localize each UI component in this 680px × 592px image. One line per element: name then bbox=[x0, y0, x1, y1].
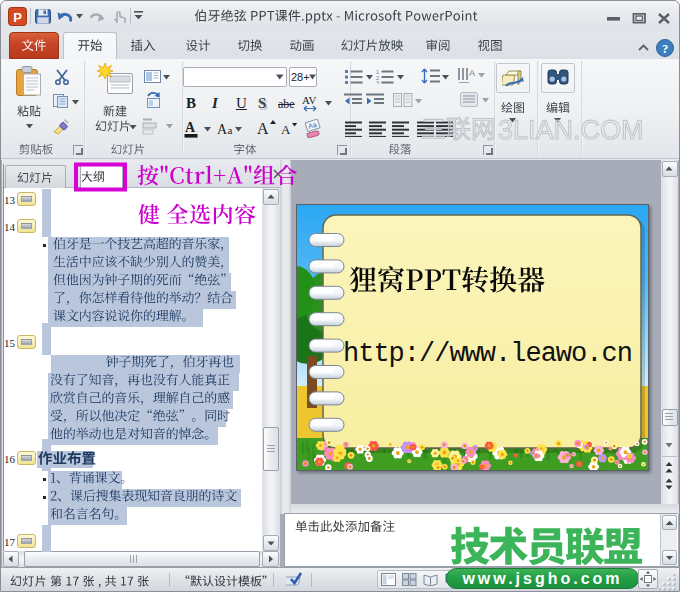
svg-text:A: A bbox=[185, 120, 196, 135]
svg-text:A: A bbox=[469, 68, 475, 78]
svg-text:A: A bbox=[217, 122, 228, 137]
svg-text:A: A bbox=[281, 122, 291, 137]
svg-text:AV: AV bbox=[302, 94, 317, 106]
svg-text:a: a bbox=[228, 124, 233, 136]
svg-text:A: A bbox=[257, 120, 269, 137]
svg-text:P: P bbox=[13, 10, 22, 25]
svg-text:3: 3 bbox=[376, 80, 379, 84]
svg-text:?: ? bbox=[662, 42, 668, 56]
